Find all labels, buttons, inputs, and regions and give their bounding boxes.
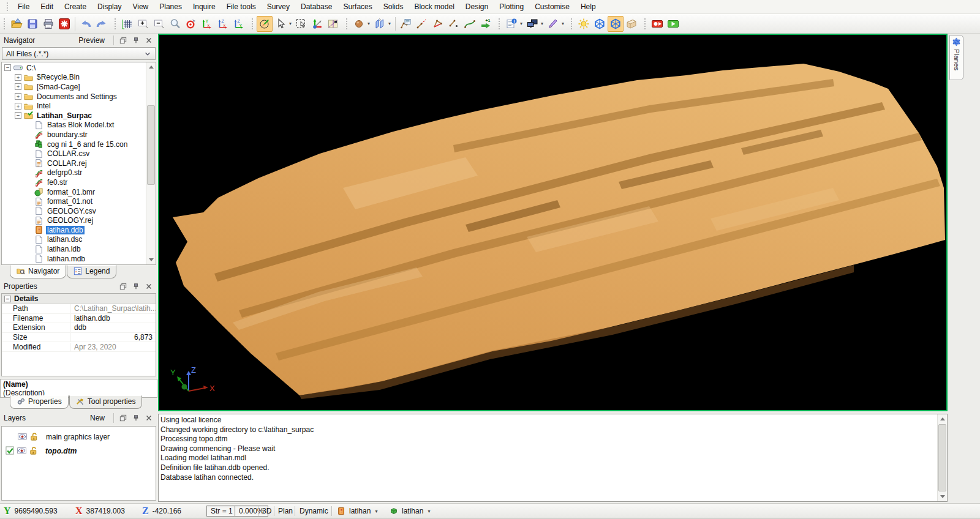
smooth-curve-button[interactable] xyxy=(462,16,478,32)
menu-inquire[interactable]: Inquire xyxy=(187,1,221,13)
preview-button[interactable]: Preview xyxy=(74,35,110,46)
zoom-window-button[interactable] xyxy=(167,16,183,32)
reset-graphics-button[interactable] xyxy=(56,16,72,32)
tree-item-batas-blok-model-txt[interactable]: Batas Blok Model.txt xyxy=(2,121,146,130)
pin-panel-button[interactable] xyxy=(130,282,141,291)
menu-surfaces[interactable]: Surfaces xyxy=(337,1,377,13)
zoom-all-button[interactable] xyxy=(119,16,135,32)
pin-panel-button[interactable] xyxy=(130,413,141,423)
scroll-up-button[interactable] xyxy=(938,414,947,424)
string-number-field[interactable]: Str = 1 xyxy=(206,504,237,518)
save-button[interactable] xyxy=(24,16,40,32)
view-section-yz-button[interactable]: ZY xyxy=(231,16,247,32)
insert-point-button[interactable]: +1 xyxy=(478,16,494,32)
menu-survey[interactable]: Survey xyxy=(262,1,295,13)
layer-row-main-graphics-layer[interactable]: main graphics layer xyxy=(2,430,156,444)
line-dashed-button[interactable] xyxy=(414,16,430,32)
properties-tab[interactable]: Properties xyxy=(10,395,69,409)
tree-item-collar-csv[interactable]: COLLAR.csv xyxy=(2,149,146,159)
mode-3d-toggle[interactable]: 3D xyxy=(262,504,271,518)
zoom-in-button[interactable] xyxy=(135,16,151,32)
chevron-down-icon[interactable]: ▾ xyxy=(289,21,292,26)
record-macro-button[interactable] xyxy=(649,16,665,32)
menu-database[interactable]: Database xyxy=(295,1,337,13)
view-section-xz-button[interactable]: Zx xyxy=(215,16,231,32)
tree-item-format-01-not[interactable]: format_01.not xyxy=(2,196,146,206)
tree-item-documents-and-settings[interactable]: +Documents and Settings xyxy=(2,92,146,102)
point-sphere-button[interactable] xyxy=(351,16,367,32)
menu-drag-handle[interactable] xyxy=(6,2,9,12)
chevron-down-icon[interactable]: ▾ xyxy=(562,21,564,26)
pin-panel-button[interactable] xyxy=(130,35,141,45)
solid-render-button[interactable] xyxy=(624,16,639,32)
details-section-header[interactable]: − Details xyxy=(2,294,156,304)
tree-item-defgrp0-str[interactable]: defgrp0.str xyxy=(2,168,146,178)
collapse-section-icon[interactable]: − xyxy=(4,296,11,302)
tree-item-latihan-mdl[interactable]: latihan.mdl xyxy=(2,263,146,264)
layer-row-topo-dtm[interactable]: topo.dtm xyxy=(2,444,156,458)
tree-item-latihan-ddb[interactable]: latihan.ddb xyxy=(2,225,146,235)
tool-properties-tab[interactable]: Tool properties xyxy=(69,395,143,409)
scroll-down-button[interactable] xyxy=(146,255,156,264)
redo-button[interactable] xyxy=(94,16,110,32)
chevron-down-icon[interactable]: ▾ xyxy=(388,21,391,26)
play-macro-button[interactable] xyxy=(665,16,681,32)
expand-icon[interactable]: + xyxy=(15,93,21,100)
undo-button[interactable] xyxy=(78,16,94,32)
block-model-selector[interactable]: latihan ▾ xyxy=(390,504,432,518)
float-panel-button[interactable] xyxy=(118,35,128,45)
tree-item-collar-rej[interactable]: COLLAR.rej xyxy=(2,159,146,168)
displays-button[interactable] xyxy=(524,16,540,32)
menu-create[interactable]: Create xyxy=(59,1,92,13)
tree-item-geology-csv[interactable]: GEOLOGY.csv xyxy=(2,206,146,216)
message-scrollbar[interactable] xyxy=(937,414,947,501)
expand-icon[interactable]: + xyxy=(15,103,21,110)
float-panel-button[interactable] xyxy=(118,282,128,291)
scroll-up-button[interactable] xyxy=(146,62,156,72)
tree-item-c[interactable]: −C:\ xyxy=(2,63,146,73)
file-info-button[interactable]: i xyxy=(503,16,519,32)
collapse-icon[interactable]: − xyxy=(15,112,21,119)
close-polygon-button[interactable] xyxy=(430,16,446,32)
tree-item-recycle-bin[interactable]: +$Recycle.Bin xyxy=(2,73,146,83)
scroll-down-button[interactable] xyxy=(938,492,947,501)
mode-dynamic-toggle[interactable]: Dynamic xyxy=(300,504,328,518)
tree-item-format-01-bmr[interactable]: format_01.bmr xyxy=(2,187,146,197)
menu-file[interactable]: File xyxy=(12,1,35,13)
menu-design[interactable]: Design xyxy=(460,1,494,13)
chevron-down-icon[interactable]: ▾ xyxy=(368,21,370,26)
chevron-down-icon[interactable]: ▾ xyxy=(520,21,522,26)
chevron-down-icon[interactable]: ▾ xyxy=(541,21,543,26)
menu-customise[interactable]: Customise xyxy=(529,1,575,13)
menu-display[interactable]: Display xyxy=(92,1,127,13)
orbit-button[interactable] xyxy=(257,16,273,32)
clip-plane-button[interactable] xyxy=(325,16,341,32)
legend-tab[interactable]: Legend xyxy=(67,265,116,278)
tree-item-latihan-surpac[interactable]: −Latihan_Surpac xyxy=(2,111,146,121)
close-panel-button[interactable] xyxy=(143,35,154,45)
menu-help[interactable]: Help xyxy=(575,1,601,13)
select-box-button[interactable] xyxy=(293,16,309,32)
tree-item-latihan-ldb[interactable]: latihan.ldb xyxy=(2,244,146,254)
close-panel-button[interactable] xyxy=(143,413,154,423)
tree-item-cog-ni-1-6-and-fe-15-con[interactable]: cog ni 1_6 and fe 15.con xyxy=(2,140,146,149)
data-point-button[interactable] xyxy=(183,16,199,32)
menu-solids[interactable]: Solids xyxy=(378,1,409,13)
menu-edit[interactable]: Edit xyxy=(35,1,59,13)
tree-scrollbar[interactable] xyxy=(146,62,156,264)
tree-item-boundary-str[interactable]: boundary.str xyxy=(2,130,146,140)
move-3d-button[interactable] xyxy=(309,16,325,32)
menu-file-tools[interactable]: File tools xyxy=(221,1,262,13)
file-filter-dropdown[interactable]: All Files (.*.*) xyxy=(2,47,156,60)
expand-icon[interactable]: + xyxy=(15,83,21,90)
database-selector[interactable]: latihan ▾ xyxy=(337,504,379,518)
zoom-out-button[interactable] xyxy=(151,16,167,32)
scrollbar-thumb[interactable] xyxy=(147,105,155,185)
planes-tab[interactable]: Planes xyxy=(949,35,963,80)
tree-item-smad-cage[interactable]: +[Smad-Cage] xyxy=(2,82,146,92)
graphics-viewport[interactable]: Z Y X xyxy=(158,34,948,411)
edit-pencil-button[interactable] xyxy=(545,16,561,32)
tree-item-fe0-str[interactable]: fe0.str xyxy=(2,177,146,187)
tree-item-latihan-mdb[interactable]: latihan.mdb xyxy=(2,254,146,264)
tree-item-latihan-dsc[interactable]: latihan.dsc xyxy=(2,235,146,245)
